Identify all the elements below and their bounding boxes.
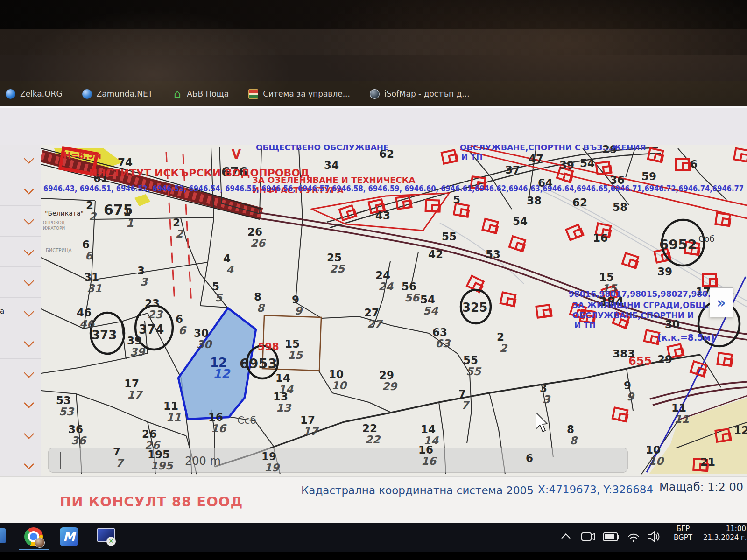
- browser-tabstrip: фрови × + — ×: [0, 29, 747, 55]
- parcel-label-italic: 25: [330, 263, 345, 275]
- parcel-label-italic: 16: [421, 455, 437, 467]
- parcel-label: 15: [285, 338, 300, 350]
- house-green-icon: ⌂: [172, 89, 182, 99]
- parcel-label: 17: [124, 378, 139, 390]
- bookmark-item[interactable]: iSofMap - достъп д...: [370, 89, 470, 99]
- parcel-label: 13: [273, 391, 288, 403]
- parcel-label: 7: [113, 446, 120, 458]
- parcel-label: 11: [163, 400, 178, 412]
- sidebar-row[interactable]: [0, 206, 41, 237]
- sidebar-row[interactable]: [0, 328, 41, 359]
- parcel-label: 24: [375, 269, 390, 281]
- parcel-label-italic: 63: [435, 337, 451, 350]
- parcel-label-italic: 8: [570, 434, 578, 447]
- parcel-label-italic: 29: [382, 380, 398, 392]
- sidebar-row[interactable]: [0, 359, 41, 390]
- chevron-down-icon: [24, 245, 35, 256]
- sidebar-row[interactable]: [0, 389, 41, 420]
- parcel-label: 34: [324, 159, 339, 171]
- parcel-label-italic: 55: [466, 365, 482, 378]
- chevron-right-double-icon: »: [717, 294, 726, 311]
- map-red-text: ЗА ОЗЕЛЕНЯВАНЕ И ТЕХНИЧЕСКА: [252, 175, 415, 185]
- circle-label: 6952: [659, 237, 697, 252]
- volume-tray-icon[interactable]: [647, 530, 662, 543]
- map-blue-text: ЗА ЖИЛИЩНИ СГРАДИ,ОБЩ.: [572, 301, 709, 310]
- parcel-label: 26: [247, 226, 262, 238]
- sidebar-row[interactable]: [0, 145, 41, 175]
- chevron-down-icon: [24, 306, 35, 317]
- parcel-label: 11: [671, 402, 686, 414]
- parcel-label: 6: [82, 238, 90, 251]
- parcel-label: 55: [463, 354, 478, 366]
- parcel-label: 2: [497, 331, 504, 343]
- bookmarks-bar: Zelka.ORGZamunda.NET⌂АБВ ПощаСитема за у…: [0, 81, 747, 106]
- sidebar-row[interactable]: [0, 420, 41, 451]
- parcel-label: 27: [364, 307, 379, 319]
- parcel-label: 7: [458, 388, 466, 400]
- parcel-label-italic: 11: [674, 413, 689, 425]
- parcel-label: 53: [56, 394, 71, 406]
- parcel-label: 16: [208, 411, 223, 423]
- map-gray-text: БИСТРИЦА: [46, 248, 72, 253]
- bookmark-label: Ситема за управле...: [263, 89, 350, 98]
- parcel-label-italic: 12: [213, 367, 231, 381]
- m-app-taskbar-icon[interactable]: M: [60, 527, 78, 546]
- address-bar: щита isofmap.bg На пауза: [0, 55, 747, 81]
- parcel-label: 1: [123, 206, 131, 218]
- expand-panel-button[interactable]: »: [710, 287, 733, 317]
- layers-sidebar: а: [0, 145, 41, 476]
- bookmark-item[interactable]: Zelka.ORG: [6, 89, 63, 99]
- camera-tray-icon[interactable]: [581, 531, 596, 543]
- battery-tray-icon[interactable]: [603, 532, 620, 542]
- sidebar-row[interactable]: а: [0, 298, 41, 329]
- cadastral-map[interactable]: 200 m 37337432569536952 4762343729395464…: [0, 145, 747, 476]
- parcel-label-italic: 46: [79, 318, 95, 330]
- parcel-label: 10: [329, 368, 344, 380]
- sidebar-row[interactable]: [0, 267, 41, 298]
- bookmark-item[interactable]: Ситема за управле...: [248, 89, 350, 99]
- parcel-label-italic: 11: [166, 411, 181, 423]
- parcel-label-italic: 27: [367, 318, 383, 330]
- parcel-label: 56: [402, 280, 416, 293]
- chevron-down-icon: [24, 276, 35, 287]
- parcel-label: 36: [68, 423, 83, 435]
- parcel-label-italic: 195: [150, 460, 174, 472]
- map-gray-text: Ссб: [237, 414, 256, 426]
- wifi-tray-icon[interactable]: [627, 531, 641, 543]
- map-red-text: V: [232, 147, 241, 161]
- map-gray-text: ИЖАТОРИ: [43, 226, 65, 231]
- map-red-text: Н=8.5м: [63, 150, 101, 161]
- parcel-label-italic: 9: [627, 391, 635, 403]
- circle-label: 374: [139, 322, 164, 336]
- parcel-label: 39: [559, 159, 574, 171]
- chevron-down-icon: [24, 154, 35, 164]
- parcel-label: 29: [379, 369, 394, 381]
- tray-lang-bottom: BGPT: [667, 533, 699, 542]
- circle-label: 6953: [240, 356, 277, 371]
- parcel-label-italic: 9: [295, 305, 303, 317]
- parcel-label-italic: 36: [71, 434, 87, 447]
- remote-desktop-taskbar-icon[interactable]: ✕: [97, 528, 118, 546]
- bookmark-item[interactable]: Zamunda.NET: [82, 89, 153, 99]
- taskbar-app-partial[interactable]: [0, 528, 6, 543]
- parcel-label: 29: [657, 353, 672, 365]
- parcel-label: 42: [428, 248, 443, 260]
- parcel-label: 6: [526, 452, 533, 464]
- parcel-label: 10: [646, 444, 661, 456]
- bookmark-item[interactable]: ⌂АБВ Поща: [172, 89, 229, 99]
- sidebar-row[interactable]: [0, 175, 41, 206]
- parcel-label: 4: [223, 252, 231, 265]
- parcel-label: 195: [148, 448, 170, 461]
- sidebar-row[interactable]: [0, 450, 41, 476]
- map-gray-text: Соб: [698, 234, 715, 244]
- map-blue-text: И ТП: [574, 321, 596, 330]
- tray-time: 11:00: [703, 525, 746, 533]
- circle-label: 325: [462, 301, 487, 315]
- bookmark-label: Zamunda.NET: [97, 89, 153, 98]
- tray-clock[interactable]: 11:00 21.3.2024 г.: [703, 525, 746, 542]
- tray-language[interactable]: БГР BGPT: [667, 525, 699, 542]
- map-blue-text: 98016,98017,98015,98027,980..: [569, 289, 714, 299]
- monitor-bezel-bottom: [0, 552, 747, 560]
- sidebar-row[interactable]: [0, 237, 41, 267]
- parcel-label-italic: 5: [215, 292, 223, 304]
